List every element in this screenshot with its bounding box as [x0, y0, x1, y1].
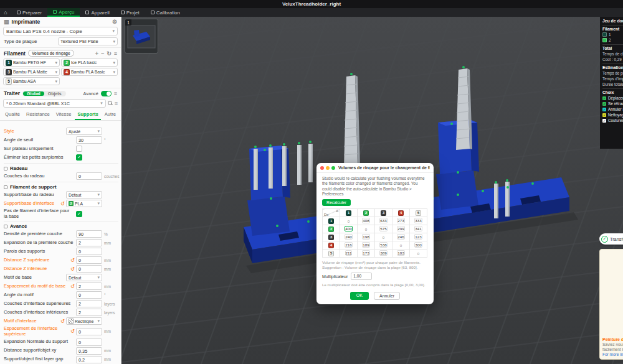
support-object-xy-distance-input[interactable]: 0,35 [76, 347, 102, 355]
scope-global[interactable]: Global [23, 91, 44, 96]
legend-wipe[interactable]: ✓ Nettoyage [602, 113, 623, 117]
on-buildplate-only-checkbox[interactable] [76, 146, 82, 152]
filament-color-chip: 5 [328, 251, 334, 256]
flush-value-input[interactable]: 123 [414, 234, 422, 240]
filament-slot-2[interactable]: 2 Ice PLA basic ▾ [61, 58, 118, 67]
tab-qualite[interactable]: Qualité [2, 110, 22, 120]
flush-volumes-button[interactable]: Volumes de rinçage [28, 50, 74, 57]
flush-value-input[interactable]: 273 [397, 218, 404, 223]
legend-retract[interactable]: ✓ Se rétracter [602, 101, 623, 106]
flush-value-input[interactable]: 216 [345, 242, 352, 248]
tip-more-info-link[interactable]: For more information [602, 352, 623, 357]
support-object-first-layer-gap-input[interactable]: 0,2 [76, 356, 102, 363]
home-icon[interactable]: ⌂ [0, 9, 11, 16]
multiplier-input[interactable]: 1,00 [351, 273, 372, 280]
close-icon[interactable] [320, 166, 324, 170]
printer-settings-gear-icon[interactable]: ⚙ [112, 19, 117, 25]
tab-vitesse[interactable]: Vitesse [54, 110, 74, 120]
tab-apercu[interactable]: Aperçu [47, 8, 80, 17]
base-pattern-select[interactable]: Défaut ▾ [66, 274, 102, 281]
recalculate-button[interactable]: Recalculer [322, 199, 351, 206]
reset-icon[interactable]: ↺ [70, 258, 76, 263]
no-interface-filament-base-checkbox[interactable]: ✓ [76, 211, 82, 217]
top-z-distance-input[interactable]: 0 [76, 256, 102, 264]
tab-resistance[interactable]: Résistance [24, 110, 52, 120]
tab-preparer[interactable]: Préparer [11, 8, 47, 17]
flush-value-input[interactable]: 575 [379, 226, 387, 231]
first-layer-density-input[interactable]: 90 [76, 230, 102, 238]
support-interface-filament-select[interactable]: 2 PLA ▾ [66, 200, 102, 207]
flush-value-input[interactable]: 211 [345, 250, 353, 256]
tab-calibration[interactable]: Calibration [145, 8, 186, 17]
top-interface-layers-input[interactable]: 2 [76, 300, 102, 307]
transfer-status-toast[interactable]: ✓ Transféré [599, 233, 623, 245]
plate-thumbnail[interactable]: 1 [125, 19, 158, 54]
filament-slot-1[interactable]: 1 Bambu PETG HF ▾ [3, 58, 60, 67]
printer-select[interactable]: Bambu Lab P1S 0.4 nozzle - Copie ▾ [3, 27, 118, 35]
flush-value-input[interactable]: 246 [397, 234, 404, 240]
support-base-filament-select[interactable]: Défaut ▾ [66, 191, 102, 198]
setting-row: Support/object first layer gap 0,2 mm [4, 355, 118, 364]
threshold-angle-input[interactable]: 30 [76, 136, 102, 144]
reset-icon[interactable]: ↺ [70, 284, 76, 289]
flush-value-input[interactable]: 299 [397, 226, 404, 231]
top-interface-spacing-input[interactable]: 0 [76, 328, 102, 335]
flush-value-input[interactable]: 538 [379, 242, 387, 248]
tab-projet[interactable]: Projet [115, 8, 145, 17]
bottom-z-distance-input[interactable]: 0 [76, 265, 102, 273]
legend-seams[interactable]: ✓ Coutures [602, 118, 623, 123]
flush-value-input[interactable]: 173 [362, 250, 369, 256]
filament-slot-3[interactable]: 3 Bambu PLA Matte ▾ [3, 68, 60, 76]
flush-value-input[interactable]: 240 [345, 234, 352, 240]
tip-card[interactable]: Peinture de support Saviez-vous que vous… [599, 249, 623, 360]
normal-support-expansion-input[interactable]: 0 [76, 338, 102, 346]
minimize-icon[interactable] [326, 166, 330, 170]
sync-filament-icon[interactable]: ↻ [107, 50, 112, 57]
reset-icon[interactable]: ↺ [70, 266, 76, 272]
tab-supports[interactable]: Supports [75, 110, 100, 120]
section-support-filament: Filament de support [4, 182, 118, 190]
remove-small-overhangs-checkbox[interactable]: ✓ [76, 154, 82, 161]
bottom-interface-layers-input[interactable]: 2 [76, 309, 102, 316]
flush-value-input[interactable]: 400 [345, 226, 352, 231]
search-preset-icon[interactable] [108, 101, 113, 106]
zoom-icon[interactable] [331, 166, 335, 170]
flush-value-input[interactable]: 633 [379, 218, 387, 223]
plate-type-select[interactable]: Textured PEI Plate ▾ [58, 37, 118, 45]
reset-icon[interactable]: ↺ [70, 329, 76, 334]
support-walls-input[interactable]: 0 [76, 248, 102, 255]
flush-value-input[interactable]: 198 [362, 234, 369, 240]
reset-icon[interactable]: ↺ [60, 201, 66, 207]
scope-objects[interactable]: Objets [44, 91, 65, 96]
flush-value-input[interactable]: 389 [379, 250, 387, 256]
legend-unretract[interactable]: ✓ Annuler rétr. [602, 107, 623, 111]
reset-icon[interactable]: ↺ [60, 319, 66, 324]
cancel-button[interactable]: Annuler [374, 292, 400, 300]
add-filament-icon[interactable]: + [95, 50, 98, 57]
tab-autre[interactable]: Autre [102, 110, 118, 120]
flush-value-input[interactable]: 333 [414, 218, 422, 223]
project-icon [121, 11, 125, 14]
pattern-angle-input[interactable]: 0 [76, 291, 102, 299]
filament-slot-5[interactable]: 5 Bambu ASA ▾ [3, 77, 60, 85]
process-preset-select[interactable]: * 0.20mm Standard @BBL X1C ▾ [3, 99, 106, 108]
flush-value-input[interactable]: 300 [414, 242, 422, 248]
first-layer-expansion-input[interactable]: 2 [76, 239, 102, 246]
ok-button[interactable]: OK [350, 292, 369, 300]
flush-value-input[interactable]: 183 [397, 250, 404, 256]
flush-value-input[interactable]: 408 [362, 218, 369, 223]
interface-pattern-select[interactable]: Rectiligne ▾ [66, 317, 102, 325]
preset-menu-icon[interactable]: ≡ [115, 100, 118, 106]
base-pattern-spacing-input[interactable]: 2 [76, 282, 102, 290]
flush-value-input[interactable]: 189 [362, 242, 369, 248]
process-menu-icon[interactable]: ≡ [114, 90, 117, 96]
tab-appareil[interactable]: Appareil [80, 8, 115, 17]
legend-travel[interactable]: ✓ Déplacement [602, 96, 623, 100]
style-select[interactable]: Ajusté ▾ [66, 128, 102, 135]
remove-filament-icon[interactable]: − [101, 50, 104, 57]
filament-list-icon[interactable]: ≡ [114, 50, 117, 57]
filament-slot-4[interactable]: 4 Bambu PLA Basic ▾ [61, 68, 118, 76]
advanced-toggle[interactable] [101, 91, 112, 96]
raft-layers-input[interactable]: 0 [76, 172, 102, 180]
flush-value-input[interactable]: 341 [414, 226, 422, 231]
